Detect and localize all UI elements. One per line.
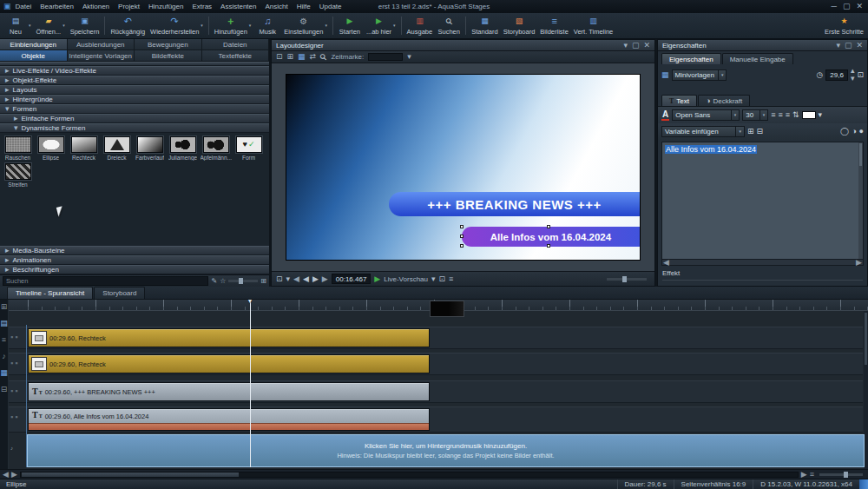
track-video-icon[interactable] — [0, 369, 8, 377]
scrollbar-thumb[interactable] — [22, 472, 239, 477]
start-from-here-button[interactable]: ...ab hier — [364, 13, 398, 38]
rotation-half-icon[interactable] — [852, 128, 856, 135]
track-options[interactable] — [10, 360, 17, 367]
start-button[interactable]: Starten — [336, 13, 364, 38]
shape-item-dreieck[interactable]: Dreieck — [101, 135, 133, 162]
track-options[interactable] — [10, 387, 17, 395]
settings-dropdown-icon[interactable] — [325, 23, 327, 28]
link-duration-icon[interactable] — [857, 71, 864, 79]
shape-item-farbverlauf[interactable]: Farbverlauf — [134, 135, 166, 162]
tab-timeline-spuransicht[interactable]: Timeline - Spuransicht — [7, 287, 93, 299]
color-dropdown-icon[interactable] — [819, 111, 823, 119]
tab-eigenschaften[interactable]: Eigenschaften — [661, 53, 721, 64]
rotation-full-icon[interactable] — [859, 128, 864, 135]
panel-close-icon[interactable] — [643, 42, 650, 50]
step-forward-icon[interactable] — [322, 275, 328, 283]
text-editor-vscrollbar[interactable] — [858, 142, 863, 259]
scroll-left-icon[interactable] — [3, 471, 9, 479]
music-button[interactable]: Musik — [253, 13, 281, 38]
standard-view-button[interactable]: Standard — [469, 13, 500, 38]
undo-button[interactable]: Rückgängig — [108, 13, 148, 38]
tab-bildeffekte[interactable]: Bildeffekte — [135, 50, 202, 62]
effect-label[interactable]: Effekt — [662, 269, 680, 277]
minimize-icon[interactable] — [832, 3, 837, 10]
panel-menu-icon[interactable] — [836, 42, 840, 50]
open-button[interactable]: Öffnen... — [34, 13, 68, 38]
tab-bewegungen[interactable]: Bewegungen — [135, 39, 202, 50]
align-right-icon[interactable] — [786, 111, 790, 119]
font-size-select[interactable]: 30 — [742, 109, 768, 121]
grid-toggle-icon[interactable] — [287, 53, 294, 61]
track-list-icon[interactable] — [2, 336, 6, 344]
info-banner[interactable]: Alle Infos vom 16.04.2024 — [462, 227, 640, 247]
tab-texteffekte[interactable]: Texteffekte — [202, 50, 270, 62]
open-dropdown-icon[interactable] — [62, 23, 65, 28]
align-center-icon[interactable] — [779, 111, 783, 119]
clip-thumbnail[interactable] — [430, 301, 464, 317]
fit-view-icon[interactable] — [439, 275, 446, 283]
zoom-slider[interactable] — [607, 278, 647, 281]
menu-hinzufuegen[interactable]: Hinzufügen — [144, 3, 187, 10]
font-family-select[interactable]: Open Sans — [672, 109, 740, 121]
tree-item-formen[interactable]: Formen — [0, 104, 269, 114]
zoom-tool-icon[interactable] — [320, 53, 326, 62]
tab-intelligente-vorlagen[interactable]: Intelligente Vorlagen — [68, 50, 135, 62]
insert-variable-select[interactable]: Variable einfügen — [661, 126, 745, 137]
playhead[interactable] — [250, 300, 251, 467]
search-input[interactable] — [3, 276, 208, 286]
scroll-right-icon[interactable] — [11, 471, 17, 479]
align-grid-icon[interactable] — [747, 128, 754, 135]
thumbnail-size-slider[interactable] — [228, 280, 258, 282]
timemark-field[interactable] — [368, 53, 403, 61]
pencil-icon[interactable] — [211, 278, 217, 285]
track-audio-icon[interactable] — [2, 353, 6, 360]
tree-item-live-effekte[interactable]: Live-Effekte / Video-Effekte — [0, 66, 269, 76]
tree-item-dynamische-formen[interactable]: Dynamische Formen — [0, 123, 269, 133]
track-media-icon[interactable] — [0, 320, 8, 327]
menu-aktionen[interactable]: Aktionen — [78, 3, 114, 10]
text-editor-hscrollbar[interactable] — [661, 260, 864, 266]
autoscroll-icon[interactable] — [801, 471, 807, 479]
timeline-zoom-slider[interactable] — [819, 473, 863, 476]
tree-item-objekt-effekte[interactable]: Objekt-Effekte — [0, 76, 269, 85]
preview-mode-label[interactable]: Live-Vorschau — [384, 275, 428, 283]
menu-bearbeiten[interactable]: Bearbeiten — [36, 3, 78, 10]
tab-deckkraft[interactable]: Deckkraft — [698, 95, 750, 106]
tab-manuelle-eingabe[interactable]: Manuelle Eingabe — [722, 53, 793, 64]
redo-button[interactable]: Wiederherstellen — [148, 13, 206, 38]
minitemplates-select[interactable]: Minivorlagen — [672, 69, 727, 81]
shape-item-apfelmaennchen[interactable]: Apfelmänn... — [200, 135, 232, 162]
align-box-icon[interactable] — [757, 128, 764, 135]
scrollbar-thumb[interactable] — [865, 313, 867, 365]
track-options[interactable] — [10, 446, 13, 451]
selection-handle[interactable] — [547, 225, 550, 228]
prev-frame-icon[interactable] — [303, 275, 309, 283]
duration-stepper[interactable] — [851, 67, 855, 83]
new-button[interactable]: Neu — [2, 13, 34, 38]
redo-dropdown-icon[interactable] — [201, 23, 203, 28]
selection-handle[interactable] — [460, 235, 464, 238]
duration-field[interactable]: 29,6 — [825, 69, 848, 81]
shape-item-rechteck[interactable]: Rechteck — [68, 135, 100, 162]
preview-mode-dropdown-icon[interactable] — [431, 275, 436, 283]
first-steps-button[interactable]: Erste Schritte — [822, 13, 866, 38]
font-color-swatch[interactable] — [802, 111, 816, 119]
selection-handle[interactable] — [547, 244, 550, 248]
tree-item-beschriftungen[interactable]: Beschriftungen — [0, 265, 269, 274]
settings-button[interactable]: Einstellungen — [281, 13, 330, 38]
live-preview-icon[interactable] — [374, 275, 380, 283]
output-button[interactable]: Ausgabe — [404, 13, 436, 38]
spin-down-icon[interactable] — [851, 75, 855, 83]
menu-assistenten[interactable]: Assistenten — [216, 3, 260, 10]
safe-area-icon[interactable] — [298, 53, 306, 61]
shape-item-form[interactable]: Form — [233, 135, 265, 162]
menu-datei[interactable]: Datei — [11, 3, 36, 10]
timeline-clip-breaking-news[interactable]: 00:29.60, +++ BREAKING NEWS +++ — [28, 382, 430, 401]
tree-item-einfache-formen[interactable]: Einfache Formen — [0, 114, 269, 123]
tab-text[interactable]: Text — [661, 95, 697, 106]
add-button[interactable]: Hinzufügen — [212, 13, 253, 38]
align-left-icon[interactable] — [771, 111, 775, 119]
shape-item-juliamenge[interactable]: Juliamenge — [167, 135, 199, 162]
storyboard-view-button[interactable]: Storyboard — [501, 13, 538, 38]
search-button[interactable]: Suchen — [435, 13, 463, 38]
